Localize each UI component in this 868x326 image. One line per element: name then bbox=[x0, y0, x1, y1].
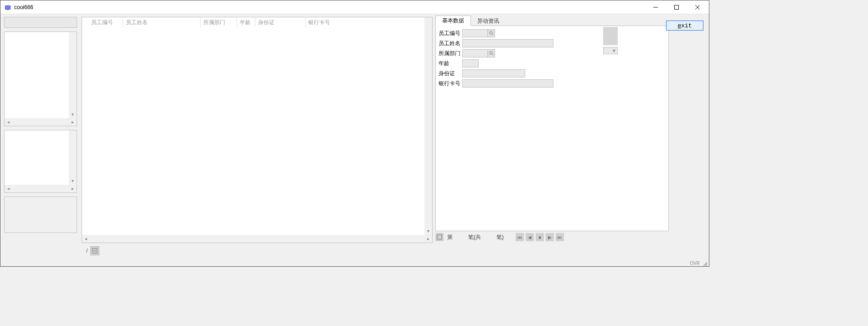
grid-footer: / bbox=[82, 246, 433, 256]
data-grid[interactable]: 员工编号 员工姓名 所属部门 年龄 身份证 银行卡号 ▾ ◂ ▸ bbox=[82, 17, 433, 243]
exit-button[interactable]: exit bbox=[666, 21, 703, 31]
lookup-icon[interactable] bbox=[488, 29, 495, 37]
form-input-0[interactable] bbox=[462, 29, 488, 37]
grid-action-button[interactable] bbox=[90, 246, 99, 255]
chevron-right-icon[interactable]: ▸ bbox=[69, 185, 77, 192]
svg-rect-1 bbox=[5, 6, 10, 9]
tab-change-info[interactable]: 异动资讯 bbox=[471, 16, 506, 26]
svg-line-5 bbox=[695, 5, 700, 10]
chevron-down-icon: ▾ bbox=[611, 47, 617, 54]
grid-header[interactable]: 身份证 bbox=[255, 17, 305, 27]
nav-stop-button[interactable]: ■ bbox=[536, 233, 544, 241]
status-bar: OVR bbox=[0, 260, 709, 266]
photo-dropdown[interactable]: ▾ bbox=[603, 47, 618, 54]
svg-rect-13 bbox=[437, 235, 442, 239]
form-row: 身份证 bbox=[439, 69, 665, 78]
chevron-right-icon[interactable]: ▸ bbox=[424, 235, 432, 243]
nav-text: 第 bbox=[447, 233, 453, 241]
exit-button-label-first: e bbox=[677, 22, 681, 29]
detail-tabs: 基本数据 异动资讯 bbox=[435, 17, 669, 26]
left-list-3[interactable] bbox=[4, 197, 77, 233]
scrollbar-vertical[interactable]: ▾ bbox=[424, 17, 432, 235]
grid-page-indicator: / bbox=[82, 248, 88, 254]
form-label: 银行卡号 bbox=[439, 80, 462, 88]
svg-rect-4 bbox=[675, 5, 679, 10]
grid-header[interactable]: 员工编号 bbox=[88, 17, 123, 27]
scrollbar-horizontal[interactable]: ◂ ▸ bbox=[5, 118, 77, 126]
detail-panel: 基本数据 异动资讯 员工编号员工姓名所属部门年龄身份证银行卡号 bbox=[435, 17, 669, 231]
form-row: 员工姓名 bbox=[439, 39, 665, 48]
exit-button-label-rest: xit bbox=[681, 22, 692, 29]
chevron-down-icon[interactable]: ▾ bbox=[69, 177, 77, 185]
form-label: 员工编号 bbox=[439, 30, 462, 37]
svg-line-12 bbox=[492, 54, 493, 55]
form-label: 身份证 bbox=[439, 70, 462, 78]
resize-grip-icon[interactable] bbox=[702, 260, 707, 266]
form-input-4[interactable] bbox=[462, 69, 525, 78]
form-row: 员工编号 bbox=[439, 29, 665, 38]
left-list-2[interactable]: ▾ ◂ ▸ bbox=[4, 130, 77, 193]
form-input-3[interactable] bbox=[462, 59, 479, 67]
chevron-left-icon[interactable]: ◂ bbox=[5, 185, 12, 192]
detail-body: 员工编号员工姓名所属部门年龄身份证银行卡号 bbox=[435, 26, 669, 231]
nav-next-button[interactable]: ▶ bbox=[546, 233, 554, 241]
svg-line-10 bbox=[492, 34, 493, 35]
nav-first-button[interactable]: ⏮ bbox=[516, 233, 524, 241]
nav-text: 笔(共 bbox=[468, 233, 481, 241]
form-label: 年龄 bbox=[439, 60, 462, 67]
title-bar: cooi666 bbox=[0, 0, 709, 14]
grid-header-row: 员工编号 员工姓名 所属部门 年龄 身份证 银行卡号 bbox=[82, 17, 432, 27]
svg-rect-2 bbox=[7, 9, 9, 10]
minimize-button[interactable] bbox=[645, 0, 666, 14]
nav-text: 笔) bbox=[496, 233, 504, 241]
left-list-1[interactable]: ▾ ◂ ▸ bbox=[4, 31, 77, 126]
scrollbar-horizontal[interactable]: ◂ ▸ bbox=[82, 235, 432, 243]
chevron-left-icon[interactable]: ◂ bbox=[5, 118, 12, 126]
window-controls bbox=[645, 0, 708, 14]
form-input-5[interactable] bbox=[462, 79, 553, 88]
form-input-2[interactable] bbox=[462, 49, 488, 57]
grid-body[interactable] bbox=[82, 27, 424, 235]
scrollbar-horizontal[interactable]: ◂ ▸ bbox=[5, 185, 77, 192]
form-row: 所属部门 bbox=[439, 49, 665, 58]
grid-header[interactable]: 银行卡号 bbox=[305, 17, 374, 27]
record-navigator: 第 笔(共 笔) ⏮ ◀ ■ ▶ ⏭ bbox=[435, 232, 672, 242]
svg-line-6 bbox=[695, 5, 700, 10]
form-label: 所属部门 bbox=[439, 50, 462, 57]
form-row: 年龄 bbox=[439, 59, 665, 68]
nav-last-button[interactable]: ⏭ bbox=[556, 233, 564, 241]
scrollbar-vertical[interactable]: ▾ bbox=[69, 130, 77, 185]
chevron-left-icon[interactable]: ◂ bbox=[82, 235, 90, 243]
close-button[interactable] bbox=[687, 0, 708, 14]
client-area: ▾ ◂ ▸ ▾ ◂ ▸ 员工编号 员工姓名 所属 bbox=[0, 14, 709, 260]
chevron-down-icon[interactable]: ▾ bbox=[424, 227, 432, 235]
grid-header[interactable]: 所属部门 bbox=[201, 17, 237, 27]
nav-icon-button[interactable] bbox=[435, 233, 444, 241]
app-icon bbox=[4, 4, 11, 11]
left-column: ▾ ◂ ▸ ▾ ◂ ▸ bbox=[4, 17, 77, 257]
lookup-icon[interactable] bbox=[488, 49, 495, 57]
form-input-1[interactable] bbox=[462, 39, 553, 47]
form-row: 银行卡号 bbox=[439, 79, 665, 88]
overtype-indicator: OVR bbox=[690, 261, 700, 266]
photo-placeholder[interactable] bbox=[603, 27, 618, 45]
grid-header[interactable]: 员工姓名 bbox=[123, 17, 201, 27]
grid-header[interactable]: 年龄 bbox=[237, 17, 255, 27]
form-label: 员工姓名 bbox=[439, 40, 462, 47]
nav-prev-button[interactable]: ◀ bbox=[526, 233, 534, 241]
scrollbar-vertical[interactable]: ▾ bbox=[69, 32, 77, 118]
window-title: cooi666 bbox=[14, 4, 645, 10]
chevron-right-icon[interactable]: ▸ bbox=[69, 118, 77, 126]
chevron-down-icon[interactable]: ▾ bbox=[69, 110, 77, 118]
tab-basic-data[interactable]: 基本数据 bbox=[435, 16, 471, 26]
left-search-input[interactable] bbox=[4, 17, 77, 28]
maximize-button[interactable] bbox=[666, 0, 687, 14]
